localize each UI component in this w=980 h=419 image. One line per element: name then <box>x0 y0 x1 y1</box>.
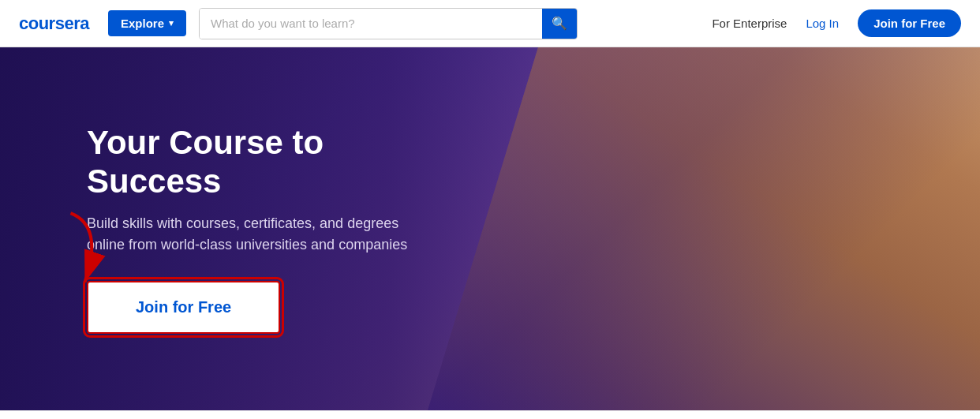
hero-title: Your Course to Success <box>87 124 442 200</box>
explore-label: Explore <box>121 17 164 30</box>
search-input[interactable] <box>200 9 542 39</box>
join-free-header-button[interactable]: Join for Free <box>858 9 961 37</box>
join-free-hero-button[interactable]: Join for Free <box>87 281 280 334</box>
logo-text: coursera <box>19 13 89 34</box>
chevron-down-icon: ▾ <box>169 18 174 28</box>
hero-subtitle: Build skills with courses, certificates,… <box>87 213 434 256</box>
logo[interactable]: coursera <box>19 13 89 34</box>
red-arrow-annotation <box>49 213 112 295</box>
search-button[interactable]: 🔍 <box>542 9 577 39</box>
login-button[interactable]: Log In <box>806 17 839 30</box>
header: coursera Explore ▾ 🔍 For Enterprise Log … <box>0 0 980 47</box>
footer-bar: Explore online courses from 190+ leading… <box>0 410 980 419</box>
header-nav: For Enterprise Log In Join for Free <box>712 9 961 37</box>
for-enterprise-link[interactable]: For Enterprise <box>712 17 787 30</box>
search-icon: 🔍 <box>552 16 567 31</box>
hero-section: Your Course to Success Build skills with… <box>0 47 980 410</box>
explore-button[interactable]: Explore ▾ <box>108 10 186 36</box>
search-bar: 🔍 <box>199 8 578 39</box>
